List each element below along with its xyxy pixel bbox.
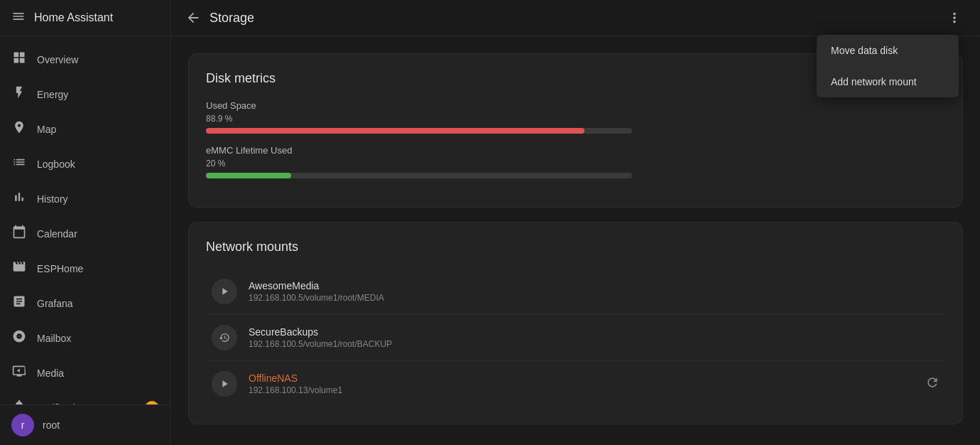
emmc-progress-fill xyxy=(206,173,291,178)
more-options-button[interactable] xyxy=(943,6,966,29)
app-title: Home Assistant xyxy=(34,11,113,24)
mount-info-secure-backups: SecureBackups 192.168.100.5/volume1/root… xyxy=(249,326,940,349)
sidebar-item-mailbox[interactable]: Mailbox xyxy=(0,321,170,355)
sidebar-item-energy-label: Energy xyxy=(37,89,159,100)
mount-path-offline-nas: 192.168.100.13/volume1 xyxy=(249,385,914,395)
sidebar-header: Home Assistant xyxy=(0,0,170,36)
network-mounts-card: Network mounts AwesomeMedia 192.168.100.… xyxy=(188,222,963,424)
grid-icon xyxy=(11,50,27,68)
sidebar-item-media-label: Media xyxy=(37,368,159,379)
sidebar-item-overview-label: Overview xyxy=(37,54,159,65)
mount-info-awesome-media: AwesomeMedia 192.168.100.5/volume1/root/… xyxy=(249,280,940,303)
avatar[interactable]: r xyxy=(11,414,34,436)
mount-item-awesome-media: AwesomeMedia 192.168.100.5/volume1/root/… xyxy=(206,269,945,315)
sidebar-item-history[interactable]: History xyxy=(0,181,170,216)
mount-name-awesome-media: AwesomeMedia xyxy=(249,280,940,291)
sidebar-item-notifications[interactable]: Notifications 1 xyxy=(0,390,170,404)
mount-icon-offline-nas xyxy=(212,371,237,397)
emmc-lifetime-metric: eMMC Lifetime Used 20 % xyxy=(206,145,945,178)
bell-icon xyxy=(11,399,27,404)
emmc-progress-bg xyxy=(206,173,632,178)
sidebar-item-notifications-label: Notifications xyxy=(37,402,135,405)
sidebar-item-map-label: Map xyxy=(37,124,159,135)
page-title: Storage xyxy=(209,11,254,26)
content-area: Disk metrics Used Space 88.9 % eMMC Life… xyxy=(171,36,980,445)
sidebar-item-grafana[interactable]: Grafana xyxy=(0,286,170,321)
sidebar-item-history-label: History xyxy=(37,193,159,205)
album-icon xyxy=(11,329,27,347)
used-space-metric: Used Space 88.9 % xyxy=(206,100,945,134)
menu-icon[interactable] xyxy=(11,9,26,27)
used-space-progress-fill xyxy=(206,128,584,134)
move-data-disk-item[interactable]: Move data disk xyxy=(817,35,959,66)
sidebar-item-esphome[interactable]: ESPHome xyxy=(0,251,170,286)
sidebar-item-map[interactable]: Map xyxy=(0,112,170,146)
list-alt-icon xyxy=(11,294,27,312)
more-options-dropdown: Move data disk Add network mount xyxy=(817,35,959,97)
user-label: root xyxy=(43,419,60,431)
person-pin-icon xyxy=(11,120,27,138)
mount-path-secure-backups: 192.168.100.5/volume1/root/BACKUP xyxy=(249,339,940,349)
used-space-percent: 88.9 % xyxy=(206,114,945,124)
notifications-badge: 1 xyxy=(145,401,159,405)
sidebar: Home Assistant Overview Energy Map xyxy=(0,0,171,445)
emmc-percent: 20 % xyxy=(206,159,945,168)
sidebar-item-grafana-label: Grafana xyxy=(37,298,159,309)
sidebar-item-esphome-label: ESPHome xyxy=(37,263,159,274)
topbar: Storage Move data disk Add network mount xyxy=(171,0,980,36)
sidebar-item-mailbox-label: Mailbox xyxy=(37,333,159,344)
used-space-progress-bg xyxy=(206,128,632,134)
mount-item-secure-backups: SecureBackups 192.168.100.5/volume1/root… xyxy=(206,315,945,361)
sidebar-item-calendar[interactable]: Calendar xyxy=(0,216,170,251)
mount-name-secure-backups: SecureBackups xyxy=(249,326,940,338)
sidebar-footer: r root xyxy=(0,404,170,445)
sidebar-item-calendar-label: Calendar xyxy=(37,228,159,240)
sidebar-item-media[interactable]: Media xyxy=(0,355,170,390)
mount-icon-awesome-media xyxy=(212,279,237,304)
mount-name-offline-nas: OfflineNAS xyxy=(249,372,914,384)
refresh-icon-offline-nas[interactable] xyxy=(925,375,940,393)
back-button[interactable] xyxy=(185,10,201,26)
sidebar-item-overview[interactable]: Overview xyxy=(0,42,170,77)
mount-icon-secure-backups xyxy=(212,325,237,350)
emmc-label: eMMC Lifetime Used xyxy=(206,145,945,156)
mount-item-offline-nas: OfflineNAS 192.168.100.13/volume1 xyxy=(206,361,945,407)
mount-path-awesome-media: 192.168.100.5/volume1/root/MEDIA xyxy=(249,293,940,303)
film-icon xyxy=(11,259,27,277)
sidebar-nav: Overview Energy Map Logbook xyxy=(0,36,170,404)
mount-info-offline-nas: OfflineNAS 192.168.100.13/volume1 xyxy=(249,372,914,395)
sidebar-item-logbook[interactable]: Logbook xyxy=(0,146,170,181)
sidebar-item-energy[interactable]: Energy xyxy=(0,77,170,112)
network-mounts-title: Network mounts xyxy=(206,240,945,254)
sidebar-item-logbook-label: Logbook xyxy=(37,159,159,170)
used-space-label: Used Space xyxy=(206,100,945,111)
main-content: Storage Move data disk Add network mount… xyxy=(171,0,980,445)
calendar-icon xyxy=(11,225,27,242)
bar-chart-icon xyxy=(11,190,27,208)
play-box-icon xyxy=(11,364,27,382)
list-icon xyxy=(11,155,27,173)
add-network-mount-item[interactable]: Add network mount xyxy=(817,66,959,97)
bolt-icon xyxy=(11,85,27,103)
